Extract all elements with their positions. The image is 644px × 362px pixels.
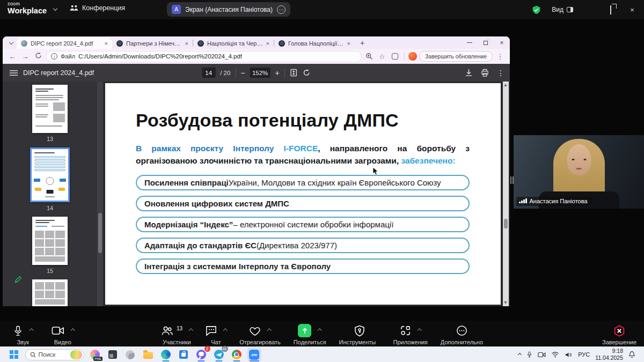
notification-bell-icon[interactable] <box>628 351 635 358</box>
dark-app-icon <box>108 350 117 359</box>
tab-news-3[interactable]: Голова Нацполіції провів роб × <box>274 38 355 49</box>
taskbar-copilot[interactable]: PRE <box>88 348 102 361</box>
tab-search-button[interactable] <box>6 37 17 48</box>
taskbar-clock[interactable]: 9:18 11.04.2025 <box>595 348 623 361</box>
zoom-out-button[interactable]: − <box>240 69 245 77</box>
extensions-button[interactable] <box>390 53 400 60</box>
zoom-level-input[interactable]: 152% <box>250 68 270 78</box>
tray-expand-chevron[interactable] <box>518 352 522 356</box>
video-button[interactable]: Видео <box>52 324 75 345</box>
taskbar-widgets[interactable] <box>106 348 120 361</box>
search-highlight-image[interactable] <box>70 350 82 359</box>
pdf-scrollbar[interactable] <box>503 82 509 306</box>
intro-blue2: забезпечено: <box>401 156 455 165</box>
close-tab-icon[interactable]: × <box>266 40 269 47</box>
taskbar-store[interactable] <box>177 348 191 361</box>
annotate-pencil-icon[interactable] <box>14 275 23 284</box>
security-shield-icon[interactable] <box>532 5 541 14</box>
chevron-up-icon[interactable] <box>267 329 272 333</box>
info-icon[interactable]: i <box>51 53 57 60</box>
pdf-toolbar: DIPC report 2024_4.pdf 14 / 20 − 152% + … <box>3 64 510 82</box>
tab-pdf[interactable]: DIPC report 2024_4.pdf × <box>17 38 112 49</box>
tray-mic-icon[interactable] <box>526 351 532 358</box>
zoom-workplace-logo: zoom Workplace <box>8 2 47 15</box>
tray-camera-icon[interactable] <box>538 352 546 358</box>
more-options-icon[interactable]: ⋯ <box>277 5 286 14</box>
taskbar-explorer[interactable] <box>141 348 155 361</box>
finish-update-button[interactable]: Завершить обновление <box>419 51 493 62</box>
fit-page-icon[interactable] <box>290 69 298 77</box>
thumbnail-page-14-selected[interactable] <box>30 147 70 202</box>
chevron-up-icon[interactable] <box>318 329 322 333</box>
taskbar-viber[interactable]: 2 <box>194 348 208 361</box>
copilot-icon: PRE <box>90 350 100 359</box>
pdf-menu-button[interactable]: ⋮ <box>497 69 504 77</box>
taskbar-app-gray[interactable] <box>123 348 137 361</box>
chevron-up-icon[interactable] <box>30 329 34 333</box>
taskbar-telegram[interactable]: 41 <box>212 348 226 361</box>
browser-close-button[interactable]: × <box>494 36 510 49</box>
rotate-icon[interactable] <box>303 69 311 77</box>
scrollbar-thumb[interactable] <box>98 213 102 253</box>
chevron-up-icon[interactable] <box>223 329 227 333</box>
menu-icon[interactable] <box>10 70 18 76</box>
eye <box>572 159 574 160</box>
download-icon[interactable] <box>465 69 473 77</box>
thumbnail-page-15[interactable] <box>32 217 68 265</box>
list-item: Посилення співпраці України, Молдови та … <box>136 175 470 190</box>
end-label: Завершение <box>602 339 636 345</box>
tab-news-2[interactable]: Нацполіція та Червоний Хрес × <box>193 38 274 49</box>
thumbnail-page-16[interactable] <box>32 279 68 306</box>
volume-icon[interactable] <box>565 351 573 358</box>
end-meeting-icon <box>613 324 626 337</box>
reload-icon <box>35 52 42 59</box>
reload-button[interactable] <box>33 52 43 61</box>
shared-screen-tab[interactable]: A Экран (Анастасия Паніотова) ⋯ <box>167 2 290 17</box>
view-button[interactable]: Вид <box>552 6 573 13</box>
browser-restore-button[interactable] <box>478 36 494 49</box>
start-button[interactable] <box>10 350 18 359</box>
taskbar-edge[interactable] <box>159 348 173 361</box>
audio-button[interactable]: Звук <box>13 324 33 345</box>
bookmark-button[interactable]: ☆ <box>377 53 387 61</box>
close-tab-icon[interactable]: × <box>105 40 108 47</box>
chevron-down-icon[interactable] <box>53 6 57 11</box>
taskbar-chrome[interactable] <box>230 348 244 361</box>
browser-menu-button[interactable]: ⋮ <box>495 53 506 61</box>
taskbar-search[interactable]: Поиск <box>25 349 84 360</box>
browser-profile-avatar[interactable] <box>408 52 417 61</box>
browser-minimize-button[interactable] <box>462 36 478 49</box>
scroll-up-arrow[interactable] <box>504 84 507 86</box>
page-number-input[interactable]: 14 <box>202 68 215 78</box>
tab-news-1[interactable]: Партнери з Німеччини переда × <box>112 38 193 49</box>
zoom-in-button[interactable]: + <box>275 69 280 77</box>
share-screen-icon <box>298 324 311 337</box>
scrollbar-thumb[interactable] <box>504 219 508 228</box>
restore-icon <box>484 41 488 45</box>
zoom-page-button[interactable] <box>364 53 375 60</box>
scroll-down-arrow[interactable] <box>504 301 507 304</box>
wifi-icon[interactable] <box>551 351 559 358</box>
system-tray: РУС 9:18 11.04.2025 <box>518 348 639 361</box>
sidebar-scrollbar[interactable] <box>97 82 103 306</box>
new-tab-button[interactable]: + <box>357 38 368 48</box>
taskbar-zoom-active[interactable]: zm <box>247 348 261 361</box>
chevron-up-icon[interactable] <box>189 329 193 333</box>
restore-button[interactable] <box>605 6 616 14</box>
close-tab-icon[interactable]: × <box>347 40 350 47</box>
url-field[interactable]: i Файл C:/Users/Admin/Downloads/DIPC%20r… <box>46 51 362 62</box>
language-indicator[interactable]: РУС <box>578 351 590 358</box>
meeting-indicator[interactable]: Конференция <box>70 4 125 12</box>
forward-button[interactable]: → <box>20 53 31 61</box>
windows-taskbar: Поиск PRE 2 41 zm РУС 9:18 11.04.2025 <box>0 346 644 362</box>
print-icon[interactable] <box>481 69 489 77</box>
chevron-up-icon[interactable] <box>70 329 75 333</box>
end-meeting-button[interactable]: Завершение <box>602 324 636 345</box>
thumbnail-page-13[interactable] <box>32 85 68 133</box>
close-button[interactable]: × <box>627 6 638 14</box>
chevron-up-icon[interactable] <box>418 329 422 333</box>
participant-video[interactable]: Анастасия Паніотова <box>514 135 644 209</box>
close-tab-icon[interactable]: × <box>185 40 188 47</box>
back-button[interactable]: ← <box>7 53 18 61</box>
browser-window-controls: × <box>462 36 510 49</box>
